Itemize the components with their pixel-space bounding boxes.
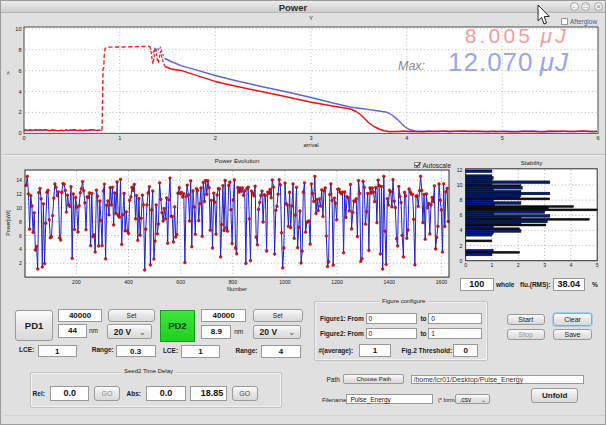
svg-text:8: 8: [18, 47, 21, 53]
svg-text:5: 5: [596, 262, 599, 268]
svg-text:4: 4: [569, 262, 572, 268]
svg-text:12: 12: [16, 191, 22, 197]
svg-text:200: 200: [72, 279, 81, 285]
svg-text:800: 800: [228, 279, 237, 285]
svg-text:10: 10: [15, 26, 21, 32]
svg-text:10: 10: [16, 205, 22, 211]
svg-text:8: 8: [460, 197, 463, 203]
svg-text:4: 4: [405, 135, 408, 141]
svg-text:600: 600: [176, 279, 185, 285]
svg-text:2: 2: [517, 262, 520, 268]
svg-text:6: 6: [460, 212, 463, 218]
svg-text:4: 4: [460, 227, 463, 233]
svg-text:10: 10: [457, 182, 463, 188]
svg-text:>: >: [5, 71, 11, 75]
svg-text:5: 5: [501, 135, 504, 141]
svg-text:1400: 1400: [383, 279, 395, 285]
svg-text:Power[uW]: Power[uW]: [5, 210, 11, 236]
svg-text:1000: 1000: [279, 279, 291, 285]
svg-text:2: 2: [460, 243, 463, 249]
svg-text:6: 6: [19, 233, 22, 239]
svg-text:6: 6: [596, 135, 599, 141]
svg-text:2: 2: [18, 109, 21, 115]
svg-text:3: 3: [543, 262, 546, 268]
svg-text:400: 400: [124, 279, 133, 285]
svg-text:Power Evolution: Power Evolution: [215, 157, 260, 164]
svg-text:12: 12: [457, 167, 463, 173]
svg-text:6: 6: [18, 68, 21, 74]
svg-text:Number: Number: [227, 286, 247, 292]
svg-text:Stability: Stability: [521, 159, 544, 166]
svg-text:3: 3: [309, 135, 312, 141]
svg-text:0: 0: [460, 258, 463, 264]
svg-text:0: 0: [22, 135, 25, 141]
svg-text:2: 2: [19, 260, 22, 266]
svg-text:2: 2: [214, 135, 217, 141]
svg-text:1: 1: [490, 262, 493, 268]
svg-text:0: 0: [18, 130, 21, 136]
svg-text:0: 0: [464, 262, 467, 268]
svg-text:arrival: arrival: [303, 142, 318, 148]
svg-text:8: 8: [19, 219, 22, 225]
svg-text:14: 14: [16, 177, 22, 183]
svg-text:Y: Y: [309, 15, 313, 21]
svg-text:4: 4: [18, 89, 21, 95]
svg-text:1: 1: [118, 135, 121, 141]
svg-text:1200: 1200: [331, 279, 343, 285]
svg-text:1600: 1600: [436, 279, 448, 285]
svg-text:4: 4: [19, 246, 22, 252]
